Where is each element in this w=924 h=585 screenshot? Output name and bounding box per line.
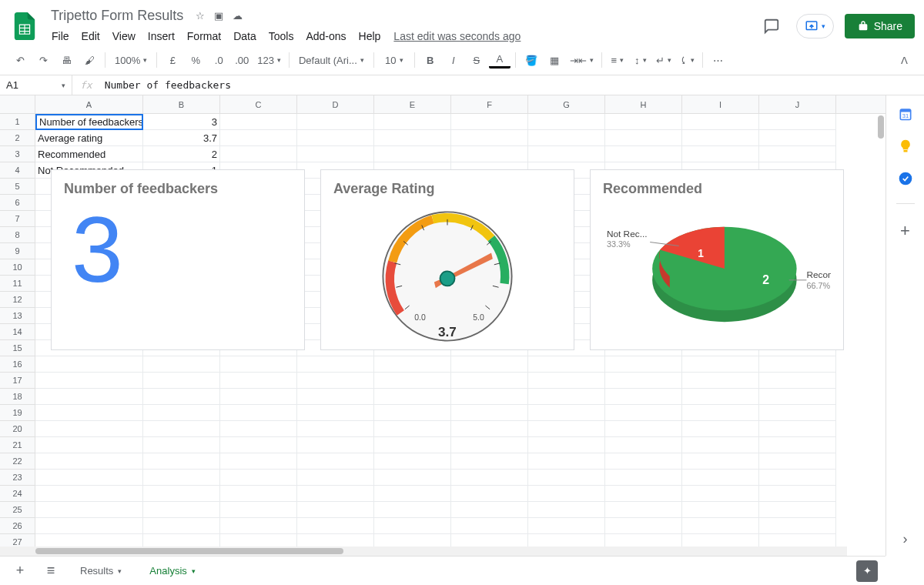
cell[interactable] xyxy=(528,356,605,373)
cell[interactable] xyxy=(682,389,759,405)
row-header[interactable]: 10 xyxy=(0,259,35,276)
menu-data[interactable]: Data xyxy=(228,27,262,45)
cell[interactable] xyxy=(35,470,143,486)
cell[interactable] xyxy=(451,486,528,502)
cell[interactable] xyxy=(220,373,297,389)
halign-icon[interactable]: ≡ xyxy=(607,50,628,70)
row-header[interactable]: 16 xyxy=(0,356,35,373)
cell[interactable] xyxy=(682,421,759,437)
cell[interactable] xyxy=(759,130,836,146)
share-button[interactable]: Share xyxy=(845,14,915,38)
cell[interactable] xyxy=(759,389,836,405)
cell[interactable] xyxy=(682,437,759,453)
wrap-icon[interactable]: ↵ xyxy=(653,50,675,70)
cell[interactable] xyxy=(759,518,836,534)
cell[interactable] xyxy=(528,405,605,421)
cell[interactable] xyxy=(143,502,220,518)
cell[interactable] xyxy=(528,502,605,518)
cell[interactable] xyxy=(297,356,374,373)
cell[interactable] xyxy=(682,130,759,146)
zoom-select[interactable]: 100% xyxy=(110,50,152,70)
vertical-scrollbar[interactable] xyxy=(878,115,884,139)
cell[interactable] xyxy=(682,453,759,470)
row-header[interactable]: 23 xyxy=(0,470,35,486)
row-header[interactable]: 9 xyxy=(0,243,35,259)
cell[interactable] xyxy=(374,421,451,437)
cell[interactable] xyxy=(759,373,836,389)
cell[interactable] xyxy=(220,518,297,534)
cell[interactable] xyxy=(143,389,220,405)
col-header[interactable]: I xyxy=(682,95,759,113)
col-header[interactable]: H xyxy=(605,95,682,113)
cell[interactable] xyxy=(605,114,682,130)
fill-color-icon[interactable]: 🪣 xyxy=(521,50,542,70)
cell[interactable] xyxy=(35,437,143,453)
row-header[interactable]: 11 xyxy=(0,276,35,292)
cell[interactable] xyxy=(451,502,528,518)
cell[interactable] xyxy=(682,502,759,518)
row-header[interactable]: 18 xyxy=(0,389,35,405)
cell[interactable] xyxy=(451,470,528,486)
cloud-icon[interactable]: ☁ xyxy=(233,10,243,22)
cell[interactable] xyxy=(35,486,143,502)
cell[interactable] xyxy=(220,470,297,486)
cell[interactable] xyxy=(374,114,451,130)
present-button[interactable]: ▾ xyxy=(796,14,834,38)
cell[interactable] xyxy=(682,405,759,421)
comments-icon[interactable] xyxy=(758,12,785,40)
row-header[interactable]: 20 xyxy=(0,421,35,437)
row-header[interactable]: 27 xyxy=(0,534,35,547)
cell[interactable] xyxy=(682,114,759,130)
cell[interactable] xyxy=(220,421,297,437)
menu-edit[interactable]: Edit xyxy=(76,27,105,45)
row-header[interactable]: 21 xyxy=(0,437,35,453)
cell[interactable] xyxy=(451,421,528,437)
cell[interactable] xyxy=(35,356,143,373)
cell[interactable] xyxy=(374,373,451,389)
paint-format-icon[interactable]: 🖌 xyxy=(79,50,100,70)
font-select[interactable]: Default (Ari... xyxy=(294,50,369,70)
cell[interactable] xyxy=(759,486,836,502)
cell[interactable] xyxy=(297,486,374,502)
cell[interactable] xyxy=(451,437,528,453)
cell[interactable] xyxy=(605,534,682,547)
row-header[interactable]: 2 xyxy=(0,130,35,146)
cell[interactable] xyxy=(682,356,759,373)
cell[interactable] xyxy=(528,518,605,534)
print-icon[interactable]: 🖶 xyxy=(55,50,77,70)
menu-file[interactable]: File xyxy=(46,27,75,45)
menu-tools[interactable]: Tools xyxy=(263,27,300,45)
cell[interactable] xyxy=(220,437,297,453)
cell[interactable] xyxy=(374,502,451,518)
sheets-logo[interactable] xyxy=(9,11,40,42)
percent-icon[interactable]: % xyxy=(185,50,206,70)
menu-format[interactable]: Format xyxy=(182,27,226,45)
cell[interactable] xyxy=(374,146,451,162)
cell[interactable] xyxy=(682,470,759,486)
cell[interactable] xyxy=(35,389,143,405)
explore-button[interactable]: ✦ xyxy=(856,560,878,582)
cell[interactable] xyxy=(35,421,143,437)
cell[interactable] xyxy=(297,146,374,162)
row-header[interactable]: 3 xyxy=(0,146,35,162)
cell[interactable] xyxy=(605,470,682,486)
cell[interactable] xyxy=(759,114,836,130)
cell[interactable] xyxy=(605,437,682,453)
cell[interactable] xyxy=(605,502,682,518)
cell[interactable] xyxy=(682,373,759,389)
col-header[interactable]: E xyxy=(374,95,451,113)
cell[interactable] xyxy=(605,421,682,437)
cell[interactable]: 3 xyxy=(143,114,220,130)
cell[interactable] xyxy=(220,389,297,405)
cell[interactable] xyxy=(759,437,836,453)
cell[interactable] xyxy=(528,470,605,486)
col-header[interactable]: F xyxy=(451,95,528,113)
cell[interactable] xyxy=(528,146,605,162)
cell[interactable] xyxy=(297,405,374,421)
cell[interactable] xyxy=(451,114,528,130)
cell[interactable] xyxy=(451,453,528,470)
row-header[interactable]: 22 xyxy=(0,453,35,470)
cell[interactable] xyxy=(374,534,451,547)
cell[interactable] xyxy=(297,373,374,389)
cell[interactable] xyxy=(528,373,605,389)
